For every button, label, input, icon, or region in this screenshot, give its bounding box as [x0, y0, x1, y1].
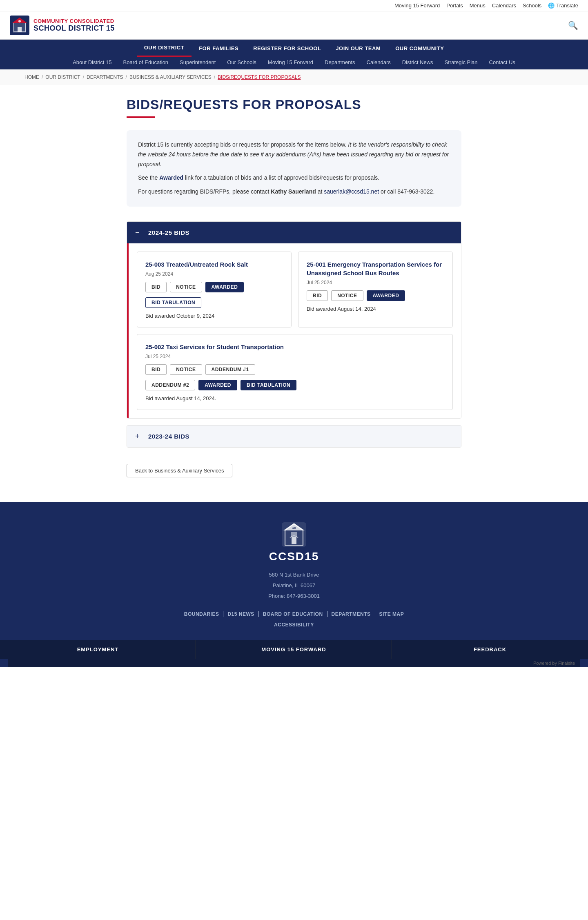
subnav-calendars[interactable]: Calendars [361, 57, 396, 68]
menus-link[interactable]: Menus [470, 2, 486, 9]
schools-link[interactable]: Schools [523, 2, 541, 9]
bid-25-003-awarded-text: Bid awarded October 9, 2024 [145, 313, 283, 319]
secondary-nav: About District 15 Board of Education Sup… [0, 57, 588, 69]
breadcrumb-our-district[interactable]: OUR DISTRICT [45, 74, 80, 80]
footer-departments-link[interactable]: DEPARTMENTS [327, 611, 375, 617]
bid-25-001-notice-btn[interactable]: NOTICE [331, 290, 363, 301]
bid-25-001-date: Jul 25 2024 [307, 280, 444, 285]
bid-25-002-date: Jul 25 2024 [145, 354, 444, 359]
info-box: District 15 is currently accepting bids … [127, 130, 461, 207]
footer-feedback-btn[interactable]: FEEDBACK [392, 640, 588, 659]
bid-25-002-notice-btn[interactable]: NOTICE [170, 364, 202, 375]
footer-address-line2: Palatine, IL 60067 [8, 580, 580, 591]
breadcrumb-departments[interactable]: DEPARTMENTS [87, 74, 123, 80]
bid-25-002-awarded-text: Bid awarded August 14, 2024. [145, 395, 444, 401]
breadcrumb: HOME / OUR DISTRICT / DEPARTMENTS / BUSI… [0, 69, 588, 85]
subnav-district-news[interactable]: District News [396, 57, 439, 68]
bid-25-002-addendum2-btn[interactable]: Addendum #2 [145, 380, 195, 390]
accordion-2023-header[interactable]: + 2023-24 BIDS [127, 425, 461, 447]
bid-25-003-title: 25-003 Treated/Untreated Rock Salt [145, 260, 283, 269]
page-title: BIDS/REQUESTS FOR PROPOSALS [127, 97, 461, 112]
svg-rect-9 [292, 537, 296, 544]
finalsite-badge: Powered by Finalsite [8, 659, 580, 667]
footer-address-line1: 580 N 1st Bank Drive [8, 570, 580, 580]
footer-bottom: EMPLOYMENT MOVING 15 FORWARD FEEDBACK [0, 640, 588, 659]
logo-line2: SCHOOL DISTRICT 15 [33, 24, 115, 33]
footer-phone: Phone: 847-963-3001 [8, 591, 580, 601]
bid-25-002-title: 25-002 Taxi Services for Student Transpo… [145, 343, 444, 351]
bid-25-003-bid-btn[interactable]: BID [145, 282, 167, 292]
translate-icon: 🌐 [548, 2, 555, 9]
accordion-2024: − 2024-25 BIDS 25-003 Treated/Untreated … [127, 221, 461, 419]
subnav-departments[interactable]: Departments [319, 57, 361, 68]
breadcrumb-home[interactable]: HOME [24, 74, 39, 80]
svg-text:15: 15 [292, 526, 296, 530]
portals-link[interactable]: Portals [446, 2, 463, 9]
header-search-icon[interactable]: 🔍 [568, 20, 578, 30]
footer-boundaries-link[interactable]: BOUNDARIES [180, 611, 224, 617]
logo-line1: COMMUNITY CONSOLIDATED [33, 18, 115, 24]
subnav-about[interactable]: About District 15 [67, 57, 117, 68]
footer-logo-icon: 15 [282, 522, 306, 547]
subnav-board[interactable]: Board of Education [118, 57, 174, 68]
bid-25-001-buttons: BID NOTICE AWARDED [307, 290, 444, 301]
bid-25-003-extra-buttons: BID TABULATION [145, 297, 283, 308]
subnav-superintendent[interactable]: Superintendent [174, 57, 221, 68]
footer-accessibility-link[interactable]: ACCESSIBILITY [274, 622, 314, 628]
footer-employment-btn[interactable]: EMPLOYMENT [0, 640, 196, 659]
info-para1: District 15 is currently accepting bids … [138, 140, 450, 169]
nav-for-families[interactable]: FOR FAMILIES [192, 40, 246, 56]
title-underline [127, 116, 155, 118]
back-button[interactable]: Back to Business & Auxiliary Services [127, 464, 232, 477]
footer-moving15-btn[interactable]: MOVING 15 FORWARD [196, 640, 392, 659]
bid-25-003-awarded-btn[interactable]: AWARDED [205, 282, 244, 292]
bid-25-003-date: Aug 25 2024 [145, 271, 283, 277]
breadcrumb-current: BIDS/REQUESTS FOR PROPOSALS [218, 74, 301, 80]
utility-bar: Moving 15 Forward Portals Menus Calendar… [0, 0, 588, 11]
subnav-moving15[interactable]: Moving 15 Forward [262, 57, 319, 68]
nav-register[interactable]: REGISTER FOR SCHOOL [246, 40, 328, 56]
footer-d15news-link[interactable]: D15 NEWS [223, 611, 258, 617]
bid-25-001-awarded-btn[interactable]: AWARDED [367, 290, 405, 301]
bid-25-002-addendum1-btn[interactable]: Addendum #1 [205, 364, 255, 375]
logo-area[interactable]: COMMUNITY CONSOLIDATED SCHOOL DISTRICT 1… [10, 16, 115, 35]
nav-our-community[interactable]: OUR COMMUNITY [388, 40, 451, 56]
subnav-schools[interactable]: Our Schools [221, 57, 262, 68]
info-para3: For questions regarding BIDS/RFPs, pleas… [138, 187, 450, 197]
bid-25-003-buttons: BID NOTICE AWARDED [145, 282, 283, 292]
moving15-link[interactable]: Moving 15 Forward [394, 2, 440, 9]
nav-our-district[interactable]: OUR DISTRICT [137, 40, 192, 57]
back-button-area: Back to Business & Auxiliary Services [127, 464, 461, 477]
accordion-2024-title: 2024-25 BIDS [148, 229, 189, 236]
calendars-link[interactable]: Calendars [492, 2, 516, 9]
breadcrumb-business[interactable]: BUSINESS & AUXILIARY SERVICES [129, 74, 212, 80]
info-para2: See the Awarded link for a tabulation of… [138, 173, 450, 183]
bid-25-002-bid-btn[interactable]: BID [145, 364, 167, 375]
bid-25-001-title: 25-001 Emergency Transportation Services… [307, 260, 444, 277]
bid-25-001-awarded-text: Bid awarded August 14, 2024 [307, 306, 444, 312]
awarded-link[interactable]: Awarded [159, 174, 183, 181]
bid-25-001-bid-btn[interactable]: BID [307, 290, 328, 301]
footer-board-link[interactable]: BOARD OF EDUCATION [259, 611, 327, 617]
contact-email[interactable]: sauerlak@ccsd15.net [324, 188, 379, 195]
bid-25-002-tabulation-btn[interactable]: BID TABULATION [241, 380, 296, 390]
footer-links: BOUNDARIES D15 NEWS BOARD OF EDUCATION D… [8, 611, 580, 617]
subnav-contact[interactable]: Contact Us [483, 57, 521, 68]
footer-school-name: CCSD15 [269, 550, 319, 563]
subnav-strategic-plan[interactable]: Strategic Plan [439, 57, 483, 68]
svg-rect-3 [18, 27, 22, 32]
bid-25-002-awarded-btn[interactable]: AWARDED [198, 380, 237, 390]
accordion-2024-body: 25-003 Treated/Untreated Rock Salt Aug 2… [127, 243, 461, 418]
site-footer: 15 CCSD15 580 N 1st Bank Drive Palatine,… [0, 502, 588, 667]
accordion-2023: + 2023-24 BIDS [127, 425, 461, 448]
bid-25-003-notice-btn[interactable]: NOTICE [170, 282, 202, 292]
bid-card-25-003: 25-003 Treated/Untreated Rock Salt Aug 2… [137, 252, 292, 327]
accordion-2024-toggle: − [135, 228, 143, 237]
bid-25-003-tabulation-btn[interactable]: BID TABULATION [145, 297, 201, 308]
translate-button[interactable]: 🌐 Translate [548, 2, 578, 9]
accordion-2024-header[interactable]: − 2024-25 BIDS [127, 222, 461, 243]
nav-join-team[interactable]: JOIN OUR TEAM [328, 40, 388, 56]
site-header: COMMUNITY CONSOLIDATED SCHOOL DISTRICT 1… [0, 11, 588, 40]
svg-point-5 [18, 20, 21, 22]
footer-sitemap-link[interactable]: SITE MAP [375, 611, 408, 617]
